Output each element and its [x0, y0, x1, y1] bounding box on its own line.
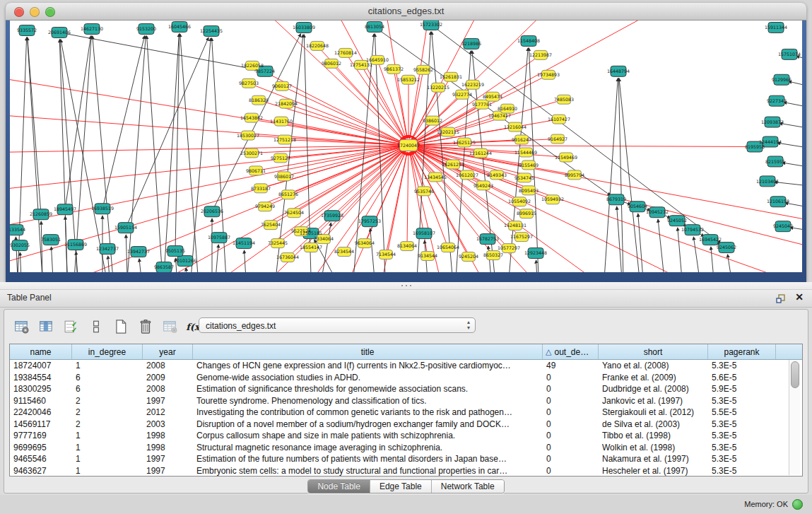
column-header-in_degree[interactable]: in_degree — [72, 344, 143, 359]
cell[interactable]: 1998 — [143, 431, 193, 440]
cell[interactable]: Stergiakouli et al. (2012) — [599, 407, 708, 417]
cell[interactable]: 0 — [543, 373, 599, 382]
cell[interactable]: 6 — [72, 373, 143, 382]
cell[interactable]: Investigating the contribution of common… — [193, 407, 543, 417]
split-rows-icon[interactable] — [87, 317, 105, 336]
cell[interactable]: 1 — [72, 431, 143, 440]
cell[interactable]: 14569117 — [10, 419, 72, 429]
cell[interactable]: 9463627 — [10, 466, 72, 476]
cell[interactable]: 5.3E-5 — [708, 454, 776, 464]
table-selector-dropdown[interactable]: citations_edges.txt ▴▾ — [199, 317, 476, 333]
cell[interactable]: Jankovic et al. (1997) — [599, 396, 708, 406]
cell[interactable]: Genome-wide association studies in ADHD. — [193, 373, 543, 382]
cell[interactable]: de Silva et al. (2003) — [599, 419, 708, 429]
cell[interactable]: 0 — [543, 407, 599, 417]
cell[interactable]: 2 — [72, 396, 143, 406]
tab-node-table[interactable]: Node Table — [308, 480, 370, 493]
cell[interactable]: 5.3E-5 — [708, 443, 776, 452]
cell[interactable]: 5.6E-5 — [708, 373, 776, 382]
cell[interactable]: 9465546 — [10, 454, 72, 464]
cell[interactable]: 1 — [72, 454, 143, 464]
network-canvas[interactable]: 9335572206914061462713091532001604546612… — [10, 21, 802, 272]
cell[interactable]: Estimation of significance thresholds fo… — [193, 384, 543, 394]
close-panel-button[interactable]: ✕ — [795, 291, 804, 303]
table-row[interactable]: 969969511998Structural magnetic resonanc… — [10, 442, 802, 454]
column-header-name[interactable]: name — [10, 344, 72, 359]
cell[interactable]: 19384554 — [10, 373, 72, 382]
table-row[interactable]: 1872400712008Changes of HCN gene express… — [10, 360, 802, 372]
cell[interactable]: 0 — [543, 431, 599, 440]
cell[interactable]: 1997 — [143, 396, 193, 406]
cell[interactable]: 18300295 — [10, 384, 72, 394]
cell[interactable]: 2 — [72, 407, 143, 417]
cell[interactable]: Changes of HCN gene expression and I(f) … — [193, 361, 543, 370]
cell[interactable]: Wolkin et al. (1998) — [599, 443, 708, 452]
cell[interactable]: Yano et al. (2008) — [599, 361, 708, 370]
table-row[interactable]: 946554611997Estimation of the future num… — [10, 453, 802, 465]
cell[interactable]: 2012 — [143, 407, 193, 417]
cell[interactable]: 2009 — [143, 373, 193, 382]
cell[interactable]: 5.9E-5 — [708, 384, 776, 394]
cell[interactable]: 6 — [72, 384, 143, 394]
cell[interactable]: 9699695 — [10, 443, 72, 452]
cell[interactable]: 1997 — [143, 466, 193, 476]
panel-divider[interactable] — [0, 282, 812, 290]
cell[interactable]: Structural magnetic resonance image aver… — [193, 443, 543, 452]
cell[interactable]: Disruption of a novel member of a sodium… — [193, 419, 543, 429]
table-scrollbar[interactable] — [789, 360, 800, 475]
cell[interactable]: Nakamura et al. (1997) — [599, 454, 708, 464]
cell[interactable]: 2 — [72, 419, 143, 429]
cell[interactable]: 5.3E-5 — [708, 361, 776, 370]
table-columns-icon[interactable] — [37, 317, 56, 336]
float-panel-button[interactable] — [775, 293, 787, 304]
new-document-icon[interactable] — [112, 317, 130, 336]
cell[interactable]: Corpus callosum shape and size in male p… — [193, 431, 543, 440]
table-row[interactable]: 946362711997Embryonic stem cells: a mode… — [10, 465, 802, 477]
cell[interactable]: 5.3E-5 — [708, 396, 776, 406]
cell[interactable]: 0 — [543, 466, 599, 476]
cell[interactable]: 1998 — [143, 443, 193, 452]
network-window-titlebar[interactable]: citations_edges.txt — [6, 3, 806, 21]
cell[interactable]: 5.3E-5 — [708, 431, 776, 440]
cell[interactable]: 0 — [543, 454, 599, 464]
column-header-title[interactable]: title — [193, 344, 543, 359]
cell[interactable]: Franke et al. (2009) — [599, 373, 708, 382]
cell[interactable]: 2008 — [143, 384, 193, 394]
cell[interactable]: 9777169 — [10, 431, 72, 440]
cell[interactable]: Hescheler et al. (1997) — [599, 466, 708, 476]
tab-network-table[interactable]: Network Table — [432, 480, 504, 493]
table-settings-icon[interactable] — [13, 317, 31, 336]
tab-edge-table[interactable]: Edge Table — [370, 480, 432, 493]
cell[interactable]: Dudbridge et al. (2008) — [599, 384, 708, 394]
cell[interactable]: 18724007 — [10, 361, 72, 370]
column-header-pagerank[interactable]: pagerank — [708, 344, 776, 359]
cell[interactable]: 0 — [543, 443, 599, 452]
cell[interactable]: 22420046 — [10, 407, 72, 417]
delete-table-icon[interactable] — [136, 317, 155, 336]
column-header-out_de[interactable]: △out_de… — [543, 344, 599, 359]
cell[interactable]: 5.3E-5 — [708, 466, 776, 476]
table-row[interactable]: 2242004622012Investigating the contribut… — [10, 407, 802, 419]
cell[interactable]: Tibbo et al. (1998) — [599, 431, 708, 440]
cell[interactable]: 2003 — [143, 419, 193, 429]
cell[interactable]: 5.5E-5 — [708, 407, 776, 417]
table-row[interactable]: 977716911998Corpus callosum shape and si… — [10, 430, 802, 442]
cell[interactable]: 0 — [543, 419, 599, 429]
memory-status-indicator[interactable] — [792, 499, 803, 510]
table-row[interactable]: 1830029562008Estimation of significance … — [10, 383, 802, 395]
cell[interactable]: 1 — [72, 466, 143, 476]
row-check-icon[interactable]: ✓✓ — [62, 317, 81, 336]
cell[interactable]: 0 — [543, 384, 599, 394]
table-row[interactable]: 911546021997Tourette syndrome. Phenomeno… — [10, 395, 802, 407]
cell[interactable]: Estimation of the future numbers of pati… — [193, 454, 543, 464]
cell[interactable]: Embryonic stem cells: a model to study s… — [193, 466, 543, 476]
cell[interactable]: 1997 — [143, 454, 193, 464]
table-row[interactable]: 1456911722003Disruption of a novel membe… — [10, 419, 802, 431]
column-header-short[interactable]: short — [599, 344, 708, 359]
cell[interactable]: 1 — [72, 443, 143, 452]
cell[interactable]: 1 — [72, 361, 143, 370]
table-row[interactable]: 1938455462009Genome-wide association stu… — [10, 372, 802, 384]
table-scrollbar-thumb[interactable] — [791, 361, 799, 388]
import-table-icon[interactable] — [161, 317, 180, 336]
cell[interactable]: Tourette syndrome. Phenomenology and cla… — [193, 396, 543, 406]
